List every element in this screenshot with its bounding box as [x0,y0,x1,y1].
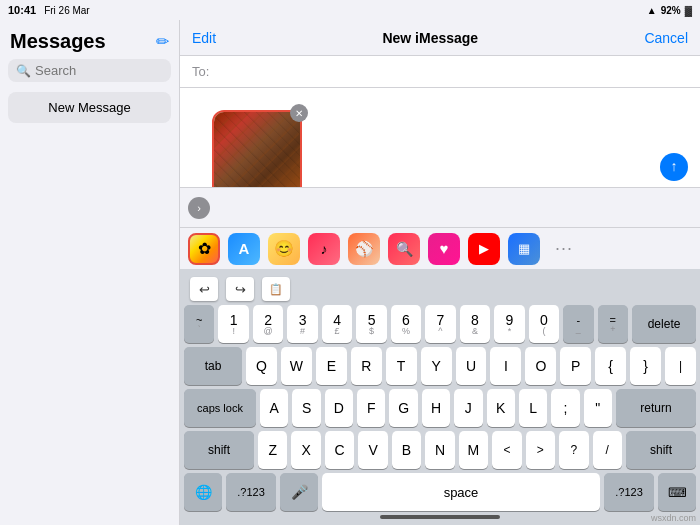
key-backslash[interactable]: / [593,431,622,469]
key-5[interactable]: 5$ [356,305,386,343]
key-s[interactable]: S [292,389,320,427]
key-b[interactable]: B [392,431,421,469]
key-q[interactable]: Q [246,347,277,385]
key-p[interactable]: P [560,347,591,385]
key-dash[interactable]: -_ [563,305,593,343]
imessage-bar: › [180,187,700,227]
caps-lock-key[interactable]: caps lock [184,389,256,427]
search-bar[interactable]: 🔍 🎤 [8,59,171,82]
sidebar-title: Messages [10,30,106,53]
key-k[interactable]: K [487,389,515,427]
key-a[interactable]: A [260,389,288,427]
numbers-right-key[interactable]: .?123 [604,473,654,511]
return-key[interactable]: return [616,389,696,427]
key-c[interactable]: C [325,431,354,469]
grid-symbol: ▦ [518,241,530,256]
key-equals[interactable]: =+ [598,305,628,343]
more-icon-symbol: ··· [555,238,573,259]
shift-left-key[interactable]: shift [184,431,254,469]
key-6[interactable]: 6% [391,305,421,343]
expand-button[interactable]: › [188,197,210,219]
key-1[interactable]: 1! [218,305,248,343]
key-o[interactable]: O [525,347,556,385]
bottom-row: 🌐 .?123 🎤 space .?123 ⌨ [184,473,696,511]
key-d[interactable]: D [325,389,353,427]
globe-key[interactable]: 🌐 [184,473,222,511]
heart-icon[interactable]: ♥ [428,233,460,265]
compose-icon[interactable]: ✏ [156,32,169,51]
memoji-icon[interactable]: 😊 [268,233,300,265]
key-9[interactable]: 9* [494,305,524,343]
cursor-key[interactable]: ⌨ [658,473,696,511]
search-red-symbol: 🔍 [396,241,413,257]
numbers-left-key[interactable]: .?123 [226,473,276,511]
back-button[interactable]: Edit [192,30,216,46]
key-close-brace[interactable]: } [630,347,661,385]
key-quote[interactable]: " [584,389,612,427]
key-w[interactable]: W [281,347,312,385]
photo-bubble: ✕ [212,110,302,187]
key-slash[interactable]: ? [559,431,588,469]
key-7[interactable]: 7^ [425,305,455,343]
key-t[interactable]: T [386,347,417,385]
key-comma[interactable]: < [492,431,521,469]
key-period[interactable]: > [526,431,555,469]
delete-key[interactable]: delete [632,305,696,343]
search-red-icon[interactable]: 🔍 [388,233,420,265]
key-tilde[interactable]: ~` [184,305,214,343]
key-r[interactable]: R [351,347,382,385]
photos-app-icon[interactable]: ✿ [188,233,220,265]
new-message-button[interactable]: New Message [8,92,171,123]
key-g[interactable]: G [389,389,417,427]
key-pipe[interactable]: | [665,347,696,385]
key-8[interactable]: 8& [460,305,490,343]
key-f[interactable]: F [357,389,385,427]
key-e[interactable]: E [316,347,347,385]
status-icons: ▲ 92% ▓ [647,5,692,16]
shift-right-key[interactable]: shift [626,431,696,469]
key-4[interactable]: 4£ [322,305,352,343]
numbers-row: ~` 1! 2@ 3# 4£ 5$ 6% 7^ 8& 9* 0( -_ =+ d… [184,305,696,343]
key-h[interactable]: H [422,389,450,427]
key-j[interactable]: J [454,389,482,427]
key-y[interactable]: Y [421,347,452,385]
cancel-button[interactable]: Cancel [644,30,688,46]
sidebar: Messages ✏ 🔍 🎤 New Message [0,20,180,525]
key-open-brace[interactable]: { [595,347,626,385]
redo-button[interactable]: ↪ [226,277,254,301]
music-icon[interactable]: ♪ [308,233,340,265]
to-input[interactable] [217,64,688,79]
tab-key[interactable]: tab [184,347,242,385]
status-day: Fri 26 Mar [44,5,90,16]
key-3[interactable]: 3# [287,305,317,343]
key-2[interactable]: 2@ [253,305,283,343]
more-apps-button[interactable]: ··· [548,233,580,265]
key-0[interactable]: 0( [529,305,559,343]
status-time: 10:41 [8,4,36,16]
key-z[interactable]: Z [258,431,287,469]
clipboard-button[interactable]: 📋 [262,277,290,301]
baseball-icon[interactable]: ⚾ [348,233,380,265]
key-l[interactable]: L [519,389,547,427]
grid-app-icon[interactable]: ▦ [508,233,540,265]
photo-image [214,112,300,187]
close-photo-button[interactable]: ✕ [290,104,308,122]
key-u[interactable]: U [456,347,487,385]
qwerty-row: tab Q W E R T Y U I O P { } | [184,347,696,385]
mic-key[interactable]: 🎤 [280,473,318,511]
key-i[interactable]: I [490,347,521,385]
status-bar: 10:41 Fri 26 Mar ▲ 92% ▓ [0,0,700,20]
undo-button[interactable]: ↩ [190,277,218,301]
music-symbol: ♪ [321,241,328,257]
key-n[interactable]: N [425,431,454,469]
send-button[interactable]: ↑ [660,153,688,181]
key-v[interactable]: V [358,431,387,469]
key-x[interactable]: X [291,431,320,469]
search-input[interactable] [35,63,203,78]
key-m[interactable]: M [459,431,488,469]
youtube-icon[interactable]: ▶ [468,233,500,265]
asdf-row: caps lock A S D F G H J K L ; " return [184,389,696,427]
appstore-icon[interactable]: A [228,233,260,265]
key-semicolon[interactable]: ; [551,389,579,427]
space-key[interactable]: space [322,473,600,511]
